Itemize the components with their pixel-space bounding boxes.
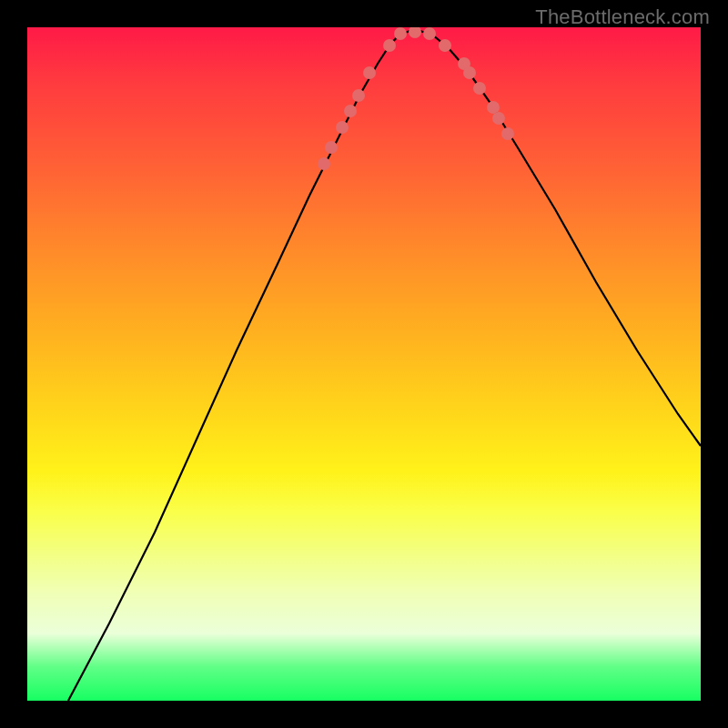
watermark-text: TheBottleneck.com	[535, 5, 710, 29]
curve-marker	[344, 105, 357, 117]
curve-marker	[409, 27, 421, 38]
curve-marker	[336, 121, 349, 134]
curve-marker	[363, 66, 376, 79]
chart-svg	[27, 27, 701, 701]
curve-marker	[439, 39, 451, 52]
bottleneck-curve	[68, 31, 701, 701]
curve-marker	[473, 82, 486, 95]
curve-marker	[487, 101, 500, 114]
curve-marker	[352, 89, 365, 102]
curve-marker	[383, 39, 396, 52]
curve-markers	[318, 27, 514, 170]
curve-marker	[463, 66, 476, 79]
curve-marker	[501, 127, 514, 140]
curve-marker	[325, 141, 338, 154]
curve-marker	[492, 112, 505, 125]
chart-plot-area	[27, 27, 701, 701]
curve-marker	[318, 157, 330, 170]
curve-marker	[423, 27, 436, 40]
curve-marker	[394, 27, 407, 40]
